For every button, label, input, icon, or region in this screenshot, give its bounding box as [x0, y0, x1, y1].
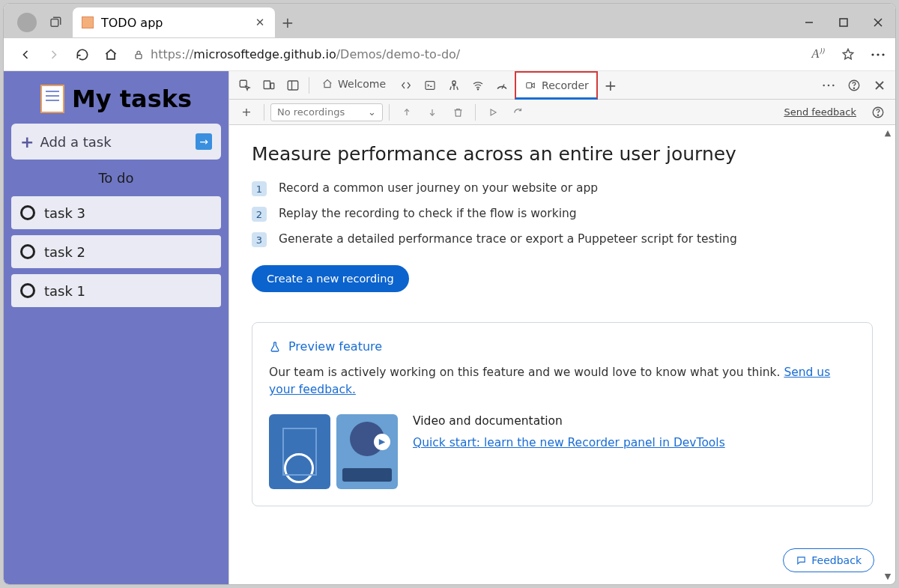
network-tab-icon[interactable]: [467, 74, 489, 97]
new-tab-button[interactable]: +: [275, 13, 300, 31]
preview-feature-card: Preview feature Our team is actively wor…: [252, 322, 873, 506]
svg-rect-5: [136, 54, 142, 58]
tab-actions-button[interactable]: [44, 11, 67, 34]
export-recording-icon[interactable]: [421, 101, 444, 124]
svg-rect-0: [51, 19, 58, 27]
home-icon: [321, 78, 333, 90]
feedback-button[interactable]: Feedback: [783, 548, 874, 572]
sources-tab-icon[interactable]: [443, 74, 465, 97]
devtools-help-button[interactable]: [843, 74, 865, 97]
step-number: 3: [252, 232, 267, 247]
svg-point-22: [823, 84, 825, 86]
inspect-element-icon[interactable]: [234, 74, 256, 97]
submit-task-button[interactable]: →: [196, 133, 212, 150]
lock-icon: [133, 49, 145, 61]
recorder-heading: Measure performance across an entire use…: [252, 143, 873, 165]
tab-recorder[interactable]: Recorder: [515, 71, 598, 100]
devtools-panel: Welcome Recorder +: [228, 71, 895, 584]
task-label: task 1: [44, 283, 85, 299]
step-item: 1Record a common user journey on your we…: [252, 181, 873, 196]
chat-icon: [796, 555, 807, 566]
tab-close-button[interactable]: ✕: [254, 16, 266, 29]
preview-description: Our team is actively working on this fea…: [269, 364, 856, 399]
import-recording-icon[interactable]: [396, 101, 418, 124]
plus-icon: +: [20, 133, 34, 151]
window-maximize-button[interactable]: [826, 8, 861, 37]
home-button[interactable]: [98, 42, 124, 67]
checkbox-icon[interactable]: [20, 205, 35, 220]
app-heading: My tasks: [72, 85, 192, 113]
task-item[interactable]: task 2: [11, 235, 221, 268]
step-item: 3Generate a detailed performance trace o…: [252, 232, 873, 247]
task-label: task 3: [44, 205, 85, 221]
refresh-button[interactable]: [70, 42, 95, 67]
checkbox-icon[interactable]: [20, 283, 35, 298]
video-camera-icon: [524, 80, 537, 91]
window-minimize-button[interactable]: [792, 8, 826, 37]
task-list: task 3 task 2 task 1: [11, 196, 221, 307]
back-button[interactable]: [13, 42, 38, 67]
create-recording-button[interactable]: Create a new recording: [252, 265, 409, 292]
svg-rect-10: [264, 81, 270, 89]
delete-recording-icon[interactable]: [447, 101, 469, 124]
dock-side-icon[interactable]: [282, 74, 304, 97]
devtools-close-button[interactable]: [868, 74, 891, 97]
svg-point-26: [853, 88, 854, 88]
svg-point-8: [882, 53, 884, 55]
preview-heading: Preview feature: [269, 339, 856, 354]
task-item[interactable]: task 1: [11, 274, 221, 307]
profile-avatar-icon[interactable]: [17, 13, 37, 32]
recordings-dropdown[interactable]: No recordings ⌄: [270, 103, 383, 121]
add-task-input[interactable]: + Add a task →: [11, 124, 221, 160]
thumbnail-icon: [269, 414, 330, 489]
page-title: My tasks: [11, 85, 221, 113]
todo-app: My tasks + Add a task → To do task 3 tas…: [4, 71, 228, 584]
browser-tab[interactable]: TODO app ✕: [73, 7, 275, 37]
svg-rect-12: [288, 81, 298, 90]
svg-rect-11: [270, 83, 274, 89]
forward-button[interactable]: [41, 42, 67, 67]
task-label: task 2: [44, 244, 85, 260]
settings-menu-button[interactable]: [865, 42, 891, 67]
svg-rect-21: [527, 82, 532, 88]
svg-point-7: [877, 53, 879, 55]
steps-list: 1Record a common user journey on your we…: [252, 181, 873, 247]
read-aloud-button[interactable]: A)): [805, 42, 831, 67]
send-feedback-link[interactable]: Send feedback: [784, 106, 856, 118]
replay-recording-icon[interactable]: [482, 101, 504, 124]
console-tab-icon[interactable]: [419, 74, 441, 97]
video-heading: Video and documentation: [413, 414, 725, 428]
tab-favicon-icon: [82, 16, 94, 28]
recorder-toolbar: + No recordings ⌄ Send feedback: [229, 100, 895, 125]
address-url: https://microsoftedge.github.io/Demos/de…: [151, 47, 460, 61]
scroll-down-icon[interactable]: ▼: [882, 572, 894, 581]
preview-thumbnails[interactable]: ▶: [269, 414, 398, 489]
replay-settings-icon[interactable]: [507, 101, 530, 124]
step-number: 1: [252, 181, 267, 196]
elements-tab-icon[interactable]: [395, 74, 417, 97]
task-item[interactable]: task 3: [11, 196, 221, 229]
section-label: To do: [11, 170, 221, 186]
address-bar[interactable]: https://microsoftedge.github.io/Demos/de…: [127, 42, 802, 67]
browser-window: TODO app ✕ + https://microsoftedge.githu…: [3, 3, 896, 585]
new-recording-button[interactable]: +: [235, 101, 258, 124]
performance-tab-icon[interactable]: [491, 74, 513, 97]
tab-welcome[interactable]: Welcome: [314, 71, 393, 100]
devtools-more-button[interactable]: [817, 74, 840, 97]
browser-titlebar: TODO app ✕ +: [4, 4, 895, 38]
svg-point-24: [832, 84, 835, 86]
device-emulation-icon[interactable]: [258, 74, 280, 97]
clipboard-icon: [40, 85, 64, 113]
checkbox-icon[interactable]: [20, 244, 35, 259]
window-close-button[interactable]: [861, 8, 895, 37]
quick-start-link[interactable]: Quick start: learn the new Recorder pane…: [413, 436, 725, 449]
preview-media: ▶ Video and documentation Quick start: l…: [269, 414, 856, 489]
content-area: My tasks + Add a task → To do task 3 tas…: [4, 71, 895, 584]
more-tabs-button[interactable]: +: [599, 74, 622, 97]
favorite-button[interactable]: [835, 42, 861, 67]
flask-icon: [269, 340, 281, 354]
toolbar-help-icon[interactable]: [867, 101, 889, 124]
step-number: 2: [252, 207, 267, 222]
svg-point-6: [871, 53, 874, 55]
add-task-label: Add a task: [40, 134, 111, 150]
